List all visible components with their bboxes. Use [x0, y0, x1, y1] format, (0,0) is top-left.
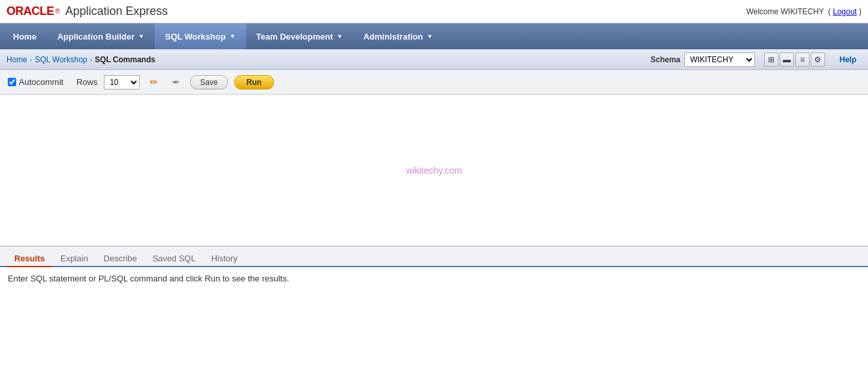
- autocommit-label: Autocommit: [19, 77, 64, 87]
- breadcrumb-bar: Home › SQL Workshop › SQL Commands Schem…: [0, 49, 868, 70]
- rows-label: Rows: [77, 77, 98, 87]
- top-bar: ORACLE® Application Express Welcome WIKI…: [0, 0, 868, 23]
- nav-item-team-development[interactable]: Team Development ▼: [246, 23, 353, 49]
- user-area: Welcome WIKITECHY ( Logout ): [746, 7, 862, 16]
- results-empty-message: Enter SQL statement or PL/SQL command an…: [8, 274, 289, 283]
- toolbar-icon-4[interactable]: ⚙: [811, 53, 825, 67]
- sql-editor-container: wikitechy.com: [0, 95, 868, 246]
- tab-history[interactable]: History: [203, 251, 245, 267]
- tab-results[interactable]: Results: [6, 251, 53, 267]
- nav-home-label: Home: [13, 32, 36, 42]
- breadcrumb: Home › SQL Workshop › SQL Commands: [6, 55, 155, 64]
- nav-app-builder-label: Application Builder: [57, 32, 134, 42]
- welcome-text: Welcome WIKITECHY: [746, 7, 824, 16]
- sql-editor[interactable]: [0, 95, 868, 244]
- nav-team-dev-label: Team Development: [256, 32, 333, 42]
- pencil-icon[interactable]: ✏: [146, 75, 162, 90]
- tab-describe[interactable]: Describe: [96, 251, 145, 267]
- sql-toolbar: Autocommit Rows 10 25 50 100 200 ✏ ✒ Sav…: [0, 70, 868, 95]
- tab-saved-sql[interactable]: Saved SQL: [145, 251, 204, 267]
- oracle-reg: ®: [55, 8, 60, 15]
- toolbar-icon-2[interactable]: ▬: [780, 53, 794, 67]
- oracle-logo: ORACLE®: [6, 5, 60, 18]
- nav-item-sql-workshop[interactable]: SQL Workshop ▼: [155, 23, 245, 49]
- results-tabs-bar: Results Explain Describe Saved SQL Histo…: [0, 246, 868, 267]
- app-express-title: Application Express: [65, 5, 167, 18]
- save-button[interactable]: Save: [190, 75, 227, 89]
- breadcrumb-sep-2: ›: [90, 56, 92, 64]
- nav-sql-workshop-label: SQL Workshop: [165, 32, 225, 42]
- oracle-text: ORACLE: [6, 5, 54, 18]
- breadcrumb-sql-workshop[interactable]: SQL Workshop: [35, 55, 88, 64]
- toolbar-icons: ⊞ ▬ ≡ ⚙: [764, 53, 825, 67]
- schema-select[interactable]: WIKITECHY SYS APEX_030200: [684, 53, 755, 67]
- nav-admin-label: Administration: [364, 32, 423, 42]
- nav-team-dev-arrow: ▼: [337, 33, 343, 40]
- nav-item-home[interactable]: Home: [3, 23, 47, 49]
- schema-label: Schema: [651, 55, 680, 64]
- tab-explain[interactable]: Explain: [53, 251, 96, 267]
- toolbar-icon-1[interactable]: ⊞: [764, 53, 778, 67]
- help-button[interactable]: Help: [834, 54, 862, 65]
- breadcrumb-sql-commands: SQL Commands: [95, 55, 155, 64]
- nav-bar: Home Application Builder ▼ SQL Workshop …: [0, 23, 868, 49]
- eraser-icon[interactable]: ✒: [168, 75, 184, 90]
- breadcrumb-sep-1: ›: [30, 56, 32, 64]
- autocommit-checkbox[interactable]: [8, 78, 16, 86]
- schema-area: Schema WIKITECHY SYS APEX_030200 ⊞ ▬ ≡ ⚙…: [651, 53, 862, 67]
- run-button[interactable]: Run: [234, 75, 274, 89]
- nav-item-app-builder[interactable]: Application Builder ▼: [47, 23, 155, 49]
- breadcrumb-home[interactable]: Home: [6, 55, 27, 64]
- nav-item-administration[interactable]: Administration ▼: [353, 23, 443, 49]
- nav-sql-workshop-arrow: ▼: [230, 33, 236, 40]
- toolbar-icon-3[interactable]: ≡: [795, 53, 810, 67]
- logout-link[interactable]: Logout: [833, 7, 857, 16]
- results-content: Enter SQL statement or PL/SQL command an…: [0, 267, 868, 306]
- nav-admin-arrow: ▼: [427, 33, 432, 40]
- rows-select[interactable]: 10 25 50 100 200: [104, 75, 140, 89]
- logo-area: ORACLE® Application Express: [6, 5, 167, 18]
- autocommit-area: Autocommit: [8, 77, 64, 87]
- nav-app-builder-arrow: ▼: [138, 33, 144, 40]
